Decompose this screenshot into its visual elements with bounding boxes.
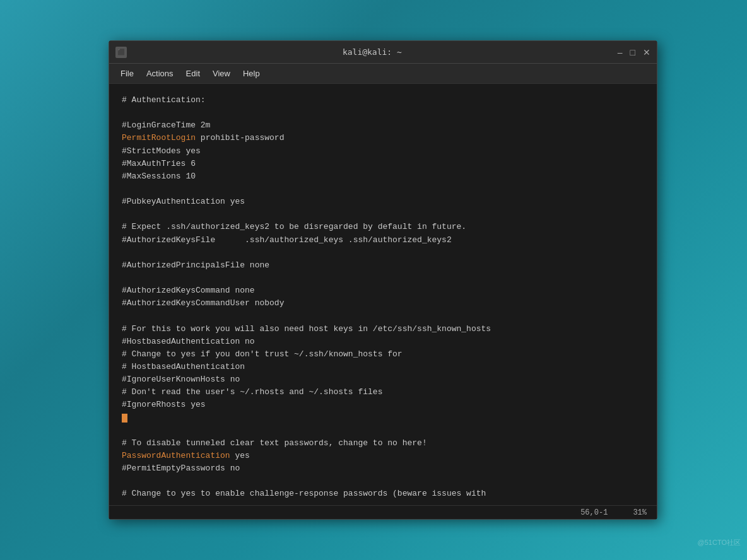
scroll-percent: 31% bbox=[633, 508, 647, 517]
title-bar: ⬛ kali@kali: ~ – □ ✕ bbox=[109, 41, 657, 64]
menu-help[interactable]: Help bbox=[238, 66, 265, 81]
window-title: kali@kali: ~ bbox=[343, 47, 402, 57]
menu-bar: File Actions Edit View Help bbox=[109, 64, 657, 84]
line-29: PasswordAuthentication yes bbox=[122, 450, 644, 462]
line-5: #StrictModes yes bbox=[122, 145, 644, 158]
line-3: #LoginGraceTime 2m bbox=[122, 119, 644, 132]
line-9: #PubkeyAuthentication yes bbox=[122, 195, 644, 208]
line-28: # To disable tunneled clear text passwor… bbox=[122, 437, 644, 450]
terminal-icon: ⬛ bbox=[115, 47, 127, 58]
line-14: #AuthorizedPrincipalsFile none bbox=[122, 259, 644, 272]
menu-file[interactable]: File bbox=[115, 66, 139, 81]
line-18 bbox=[122, 310, 644, 322]
close-button[interactable]: ✕ bbox=[643, 48, 650, 57]
line-15 bbox=[122, 272, 644, 284]
line-23: #IgnoreUserKnownHosts no bbox=[122, 373, 644, 386]
text-cursor bbox=[122, 414, 127, 423]
line-24: # Don't read the user's ~/.rhosts and ~/… bbox=[122, 386, 644, 399]
line-25: #IgnoreRhosts yes bbox=[122, 399, 644, 411]
terminal-window: ⬛ kali@kali: ~ – □ ✕ File Actions Edit V… bbox=[109, 40, 657, 520]
minimize-button[interactable]: – bbox=[618, 48, 623, 57]
line-17: #AuthorizedKeysCommandUser nobody bbox=[122, 297, 644, 310]
terminal-content[interactable]: # Authentication: #LoginGraceTime 2m Per… bbox=[109, 84, 657, 505]
line-26-cursor bbox=[122, 412, 644, 424]
menu-actions[interactable]: Actions bbox=[141, 66, 179, 81]
watermark: @51CTO社区 bbox=[698, 538, 741, 547]
line-4: PermitRootLogin prohibit-password bbox=[122, 132, 644, 144]
line-22: # HostbasedAuthentication bbox=[122, 361, 644, 373]
line-31 bbox=[122, 475, 644, 487]
line-27 bbox=[122, 424, 644, 437]
menu-view[interactable]: View bbox=[208, 66, 235, 81]
line-6: #MaxAuthTries 6 bbox=[122, 158, 644, 170]
line-21: # Change to yes if you don't trust ~/.ss… bbox=[122, 348, 644, 361]
title-bar-left: ⬛ bbox=[115, 47, 127, 58]
line-16: #AuthorizedKeysCommand none bbox=[122, 284, 644, 297]
line-13 bbox=[122, 247, 644, 259]
line-12: #AuthorizedKeysFile .ssh/authorized_keys… bbox=[122, 234, 644, 247]
menu-edit[interactable]: Edit bbox=[181, 66, 205, 81]
line-11: # Expect .ssh/authorized_keys2 to be dis… bbox=[122, 221, 644, 233]
cursor-position: 56,0-1 bbox=[580, 508, 608, 517]
maximize-button[interactable]: □ bbox=[630, 48, 635, 57]
line-32: # Change to yes to enable challenge-resp… bbox=[122, 487, 644, 500]
line-2 bbox=[122, 107, 644, 119]
line-10 bbox=[122, 208, 644, 221]
line-20: #HostbasedAuthentication no bbox=[122, 335, 644, 348]
line-19: # For this to work you will also need ho… bbox=[122, 323, 644, 335]
status-bar: 56,0-1 31% bbox=[109, 505, 657, 519]
line-1: # Authentication: bbox=[122, 94, 644, 107]
line-7: #MaxSessions 10 bbox=[122, 170, 644, 183]
title-bar-controls: – □ ✕ bbox=[618, 48, 650, 57]
line-8 bbox=[122, 183, 644, 195]
line-30: #PermitEmptyPasswords no bbox=[122, 462, 644, 475]
